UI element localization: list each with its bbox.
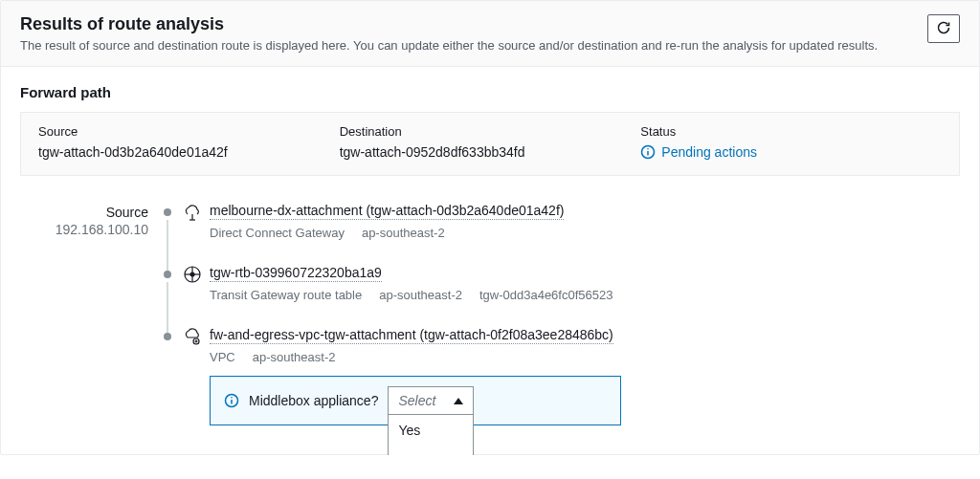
hop-1-region: ap-southeast-2 bbox=[362, 226, 445, 240]
hop-2-title[interactable]: tgw-rtb-039960722320ba1a9 bbox=[210, 265, 382, 282]
summary-source-value: tgw-attach-0d3b2a640de01a42f bbox=[38, 144, 340, 160]
refresh-button[interactable] bbox=[927, 14, 960, 43]
results-panel: Results of route analysis The result of … bbox=[0, 0, 980, 455]
select-placeholder: Select bbox=[398, 393, 435, 408]
panel-header: Results of route analysis The result of … bbox=[1, 1, 979, 67]
summary-box: Source tgw-attach-0d3b2a640de01a42f Dest… bbox=[20, 112, 960, 176]
timeline-dot bbox=[164, 333, 171, 340]
timeline-dot bbox=[164, 271, 171, 278]
hop-3-region: ap-southeast-2 bbox=[253, 350, 336, 364]
page-title: Results of route analysis bbox=[20, 14, 878, 34]
middlebox-select-wrap: Select Yes No bbox=[388, 386, 474, 415]
timeline-dot bbox=[164, 208, 171, 216]
hop-2: tgw-rtb-039960722320ba1a9 Transit Gatewa… bbox=[162, 265, 960, 327]
middlebox-prompt: Middlebox appliance? Select Yes No bbox=[210, 376, 621, 425]
header-text: Results of route analysis The result of … bbox=[20, 14, 878, 53]
path-source-ip: 192.168.100.10 bbox=[28, 222, 148, 237]
summary-source-col: Source tgw-attach-0d3b2a640de01a42f bbox=[38, 124, 340, 160]
summary-destination-value: tgw-attach-0952d8df633bb34fd bbox=[340, 144, 641, 160]
summary-destination-col: Destination tgw-attach-0952d8df633bb34fd bbox=[340, 124, 641, 160]
vpc-icon bbox=[183, 327, 202, 346]
path-container: Source 192.168.100.10 melbourne-dx-attac… bbox=[20, 203, 960, 425]
info-icon bbox=[224, 393, 239, 408]
refresh-icon bbox=[936, 20, 951, 38]
path-source-label: Source bbox=[28, 205, 148, 220]
middlebox-dropdown: Yes No bbox=[388, 415, 474, 455]
caret-up-icon bbox=[454, 398, 463, 404]
path-source-label-block: Source 192.168.100.10 bbox=[28, 203, 162, 425]
info-icon bbox=[640, 144, 656, 160]
hop-1: melbourne-dx-attachment (tgw-attach-0d3b… bbox=[162, 203, 960, 265]
svg-point-8 bbox=[190, 272, 194, 276]
middlebox-select[interactable]: Select bbox=[388, 386, 474, 415]
hop-3: fw-and-egress-vpc-tgw-attachment (tgw-at… bbox=[162, 327, 960, 425]
panel-body: Forward path Source tgw-attach-0d3b2a640… bbox=[1, 67, 979, 454]
summary-status-col: Status Pending actions bbox=[640, 124, 942, 160]
hop-1-meta: Direct Connect Gateway ap-southeast-2 bbox=[210, 226, 960, 240]
hop-2-region: ap-southeast-2 bbox=[379, 288, 462, 302]
hop-3-type: VPC bbox=[210, 350, 235, 364]
summary-destination-label: Destination bbox=[340, 124, 641, 139]
direct-connect-gateway-icon bbox=[183, 203, 202, 222]
middlebox-option-yes[interactable]: Yes bbox=[389, 415, 473, 446]
hop-1-title[interactable]: melbourne-dx-attachment (tgw-attach-0d3b… bbox=[210, 203, 564, 220]
summary-status-value[interactable]: Pending actions bbox=[640, 144, 942, 160]
hop-1-type: Direct Connect Gateway bbox=[210, 226, 345, 240]
middlebox-option-no[interactable]: No bbox=[389, 446, 473, 455]
summary-status-label: Status bbox=[640, 124, 942, 139]
hop-2-meta: Transit Gateway route table ap-southeast… bbox=[210, 288, 960, 302]
summary-source-label: Source bbox=[38, 124, 340, 139]
svg-point-2 bbox=[648, 148, 650, 150]
svg-point-14 bbox=[231, 397, 233, 399]
page-subtitle: The result of source and destination rou… bbox=[20, 38, 878, 53]
middlebox-label: Middlebox appliance? bbox=[249, 393, 378, 408]
hop-2-type: Transit Gateway route table bbox=[210, 288, 362, 302]
route-table-icon bbox=[183, 265, 202, 284]
forward-path-title: Forward path bbox=[20, 84, 960, 100]
hop-2-tgw: tgw-0dd3a4e6fc0f56523 bbox=[479, 288, 613, 302]
status-text: Pending actions bbox=[661, 144, 757, 160]
timeline: melbourne-dx-attachment (tgw-attach-0d3b… bbox=[162, 203, 960, 425]
hop-3-title[interactable]: fw-and-egress-vpc-tgw-attachment (tgw-at… bbox=[210, 327, 613, 344]
hop-3-meta: VPC ap-southeast-2 bbox=[210, 350, 960, 364]
